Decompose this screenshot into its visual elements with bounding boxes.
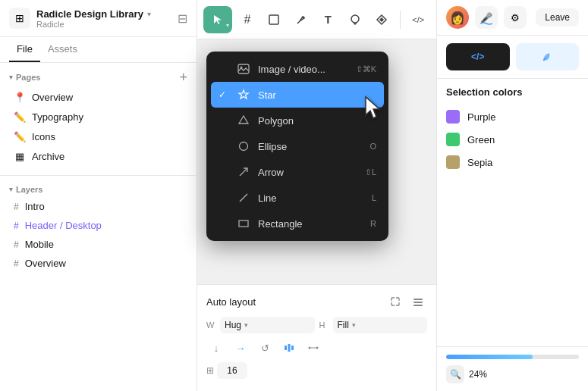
svg-rect-0 <box>269 15 278 24</box>
right-bottom: 🔍 24% <box>437 346 588 391</box>
layer-item-overview[interactable]: # Overview <box>9 254 187 273</box>
al-spacing-input[interactable]: 16 <box>217 362 247 379</box>
auto-layout-title: Auto layout <box>206 296 256 308</box>
color-swatch-purple <box>446 110 460 124</box>
line-label: Line <box>258 192 364 204</box>
page-item-icons[interactable]: ✏️ Icons <box>9 127 187 146</box>
arrow-shortcut: ⇧L <box>365 167 376 177</box>
al-w-select[interactable]: Hug ▾ <box>220 317 315 333</box>
tab-file[interactable]: File <box>9 37 40 62</box>
svg-point-1 <box>302 16 304 18</box>
add-page-button[interactable]: + <box>179 70 187 84</box>
svg-rect-14 <box>291 346 294 350</box>
code-view-button[interactable]: </> <box>446 43 510 70</box>
file-tabs: File Assets <box>0 37 197 63</box>
al-h-select[interactable]: Fill ▾ <box>333 317 428 333</box>
arrow-icon <box>237 165 250 179</box>
rect-tool-button[interactable] <box>263 6 286 33</box>
pen-tool-button[interactable] <box>289 6 313 33</box>
hash-icon: # <box>14 258 19 269</box>
menu-item-image[interactable]: Image / video... ⇧⌘K <box>211 56 384 82</box>
leaf-icon <box>540 50 554 64</box>
menu-item-arrow[interactable]: Arrow ⇧L <box>211 159 384 185</box>
code-tool-button[interactable]: </> <box>407 6 430 33</box>
polygon-icon <box>237 114 250 127</box>
menu-item-line[interactable]: Line L <box>211 185 384 211</box>
menu-item-star[interactable]: ✓ Star <box>211 82 384 108</box>
settings-button[interactable]: ⚙ <box>504 6 527 29</box>
al-spacing-row: ⊞ 16 <box>206 362 427 379</box>
balloon-tool-button[interactable] <box>343 6 366 33</box>
progress-bar-fill <box>446 355 533 359</box>
al-dimensions-row: W Hug ▾ H Fill ▾ <box>206 317 427 333</box>
al-down-button[interactable]: ↓ <box>206 338 226 358</box>
al-spacing-button[interactable] <box>303 338 323 358</box>
al-refresh-button[interactable]: ↺ <box>255 338 275 358</box>
layers-section: ▾ Layers # Intro # Header / Desktop # Mo… <box>0 180 197 391</box>
app-icon: ⊞ <box>9 8 30 29</box>
layer-item-intro[interactable]: # Intro <box>9 197 187 216</box>
expand-icon[interactable]: ⊟ <box>178 11 187 26</box>
page-item-typography[interactable]: ✏️ Typography <box>9 107 187 127</box>
chevron-down-icon: ▾ <box>147 10 151 18</box>
color-item-sepia[interactable]: Sepia <box>446 151 579 174</box>
al-right-button[interactable]: → <box>231 338 250 358</box>
svg-point-2 <box>351 15 359 23</box>
layers-label: ▾ Layers <box>9 185 42 194</box>
color-item-purple[interactable]: Purple <box>446 105 579 128</box>
pages-section-header: ▾ Pages + <box>9 70 187 84</box>
color-swatch-sepia <box>446 155 460 169</box>
overview-icon: 📍 <box>14 91 26 103</box>
right-tools: </> <box>437 36 588 79</box>
top-bar: ⊞ Radicle Design Library ▾ Radicle ⊟ <box>0 0 197 37</box>
auto-layout-header: Auto layout <box>206 292 427 311</box>
toolbar-divider <box>400 11 401 29</box>
rectangle-icon <box>237 217 250 230</box>
page-item-archive[interactable]: ▦ Archive <box>9 146 187 166</box>
svg-line-7 <box>240 194 247 202</box>
menu-item-ellipse[interactable]: Ellipse O <box>211 133 384 159</box>
pages-chevron-icon: ▾ <box>9 74 13 81</box>
svg-point-15 <box>309 347 311 349</box>
menu-item-polygon[interactable]: Polygon <box>211 108 384 133</box>
project-subtitle: Radicle <box>36 20 151 29</box>
svg-rect-11 <box>413 305 423 306</box>
zoom-icon: 🔍 <box>446 365 464 383</box>
auto-layout-actions <box>386 292 427 311</box>
frame-tool-button[interactable]: # <box>235 6 259 33</box>
svg-rect-12 <box>285 346 287 350</box>
ellipse-icon <box>237 139 250 153</box>
layers-section-header: ▾ Layers <box>9 185 187 194</box>
zoom-label: 24% <box>469 369 487 380</box>
leaf-view-button[interactable] <box>516 43 580 70</box>
page-item-overview[interactable]: 📍 Overview <box>9 87 187 107</box>
select-tool-button[interactable]: ▾ <box>203 6 232 33</box>
hash-icon: # <box>14 202 19 212</box>
rectangle-label: Rectangle <box>258 218 363 230</box>
al-distribute-button[interactable] <box>279 338 299 358</box>
pages-label: ▾ Pages <box>9 73 40 82</box>
mic-button[interactable]: 🎤 <box>475 6 498 29</box>
divider <box>0 175 197 176</box>
avatar: 👩 <box>446 6 469 29</box>
svg-rect-8 <box>239 221 248 227</box>
layer-item-mobile[interactable]: # Mobile <box>9 235 187 254</box>
menu-item-rectangle[interactable]: Rectangle R <box>211 211 384 236</box>
al-settings-button[interactable] <box>409 292 427 311</box>
leave-button[interactable]: Leave <box>536 8 579 27</box>
canvas-area: Image / video... ⇧⌘K ✓ Star Polygon <box>197 39 436 284</box>
color-item-green[interactable]: Green <box>446 128 579 151</box>
right-header: 👩 🎤 ⚙ Leave <box>437 0 588 36</box>
layer-item-header[interactable]: # Header / Desktop <box>9 216 187 235</box>
component-tool-button[interactable] <box>369 6 393 33</box>
al-align-row: ↓ → ↺ <box>206 338 427 358</box>
text-tool-button[interactable]: T <box>316 6 340 33</box>
svg-point-17 <box>316 347 319 349</box>
star-label: Star <box>258 89 376 101</box>
svg-rect-9 <box>413 299 423 300</box>
chevron-down-icon: ▾ <box>352 321 356 329</box>
toolbar: ▾ # T </> <box>197 0 436 39</box>
icons-icon: ✏️ <box>14 130 26 142</box>
al-expand-button[interactable] <box>386 292 404 311</box>
tab-assets[interactable]: Assets <box>40 37 85 62</box>
